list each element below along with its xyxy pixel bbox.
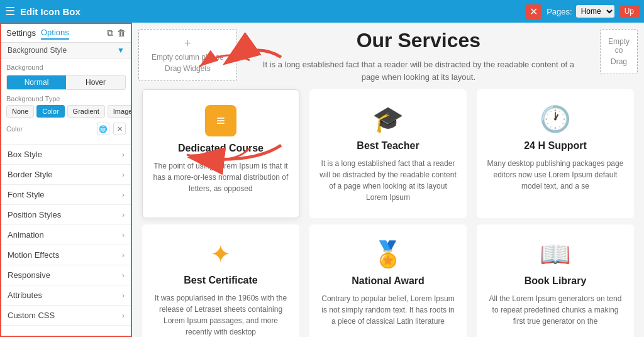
main-layout: Settings Options ⧉ 🗑 Background Style ▼ … — [0, 23, 644, 337]
support-icon: 🕐 — [540, 104, 571, 134]
color-row: Color 🌐 ✕ — [6, 123, 126, 135]
sidebar-tabs: Settings Options ⧉ 🗑 — [1, 24, 131, 43]
service-card-award[interactable]: 🏅 National Award Contrary to popular bel… — [309, 224, 467, 337]
bg-type-none[interactable]: None — [6, 105, 34, 118]
content-area: + Empty column please Drag Widgets Our S… — [132, 23, 644, 337]
library-desc: All the Lorem Ipsum generators on tend t… — [487, 293, 624, 327]
title-section: Our Services It is a long established fa… — [243, 29, 594, 83]
dedicated-course-desc: The point of using Lorem Ipsum is that i… — [153, 160, 289, 194]
award-desc: Contrary to popular belief, Lorem Ipsum … — [319, 293, 457, 327]
service-card-certificate[interactable]: ✦ Best Certificate It was popularised in… — [142, 224, 299, 337]
certificate-title: Best Certificate — [184, 275, 257, 286]
best-teacher-desc: It is a long established fact that a rea… — [319, 158, 457, 203]
service-card-best-teacher[interactable]: 🎓 Best Teacher It is a long established … — [309, 89, 467, 218]
empty-col2-text-1: Empty co — [608, 37, 630, 55]
bg-type-color[interactable]: Color — [36, 105, 64, 118]
sidebar-item-custom-css[interactable]: Custom CSS › — [1, 306, 131, 326]
sidebar-item-motion-effects[interactable]: Motion Effects › — [1, 245, 131, 265]
empty-col-text-2: Drag Widgets — [165, 64, 211, 73]
tab-options[interactable]: Options — [41, 26, 69, 40]
empty-col2-text-2: Drag — [611, 57, 627, 66]
sidebar-item-border-style[interactable]: Border Style › — [1, 165, 131, 185]
copy-icon[interactable]: ⧉ — [107, 28, 113, 38]
background-style-label: Background Style — [8, 46, 67, 55]
plus-icon: + — [184, 37, 191, 50]
dedicated-course-icon: ≡ — [205, 105, 236, 136]
arrow-icon: › — [122, 271, 125, 280]
arrow-icon: › — [122, 170, 125, 179]
color-clear-button[interactable]: ✕ — [113, 123, 126, 135]
bg-type-gradient[interactable]: Gradient — [67, 105, 105, 118]
best-teacher-icon: 🎓 — [372, 104, 404, 134]
certificate-desc: It was popularised in the 1960s with the… — [152, 292, 289, 337]
library-icon: 📖 — [540, 240, 571, 269]
library-title: Book Library — [525, 275, 587, 287]
trash-icon[interactable]: 🗑 — [117, 28, 126, 38]
award-icon: 🏅 — [372, 240, 404, 269]
empty-column-1[interactable]: + Empty column please Drag Widgets — [138, 29, 237, 81]
services-grid-row2: ✦ Best Certificate It was popularised in… — [132, 224, 644, 337]
service-card-library[interactable]: 📖 Book Library All the Lorem Ipsum gener… — [477, 224, 634, 337]
main-title: Our Services — [243, 29, 594, 52]
dedicated-course-title: Dedicated Course — [178, 143, 264, 154]
support-desc: Many desktop publishing packages page ed… — [487, 158, 624, 192]
hamburger-icon[interactable]: ☰ — [5, 4, 15, 18]
arrow-icon: › — [122, 150, 125, 159]
arrow-icon: › — [122, 311, 125, 320]
service-card-support[interactable]: 🕐 24 H Support Many desktop publishing p… — [477, 89, 634, 218]
sidebar-item-animation[interactable]: Animation › — [1, 225, 131, 245]
bg-type-image[interactable]: Image — [108, 105, 132, 118]
background-label: Background — [6, 64, 126, 71]
color-label: Color — [6, 125, 93, 133]
background-style-arrow: ▼ — [117, 46, 125, 55]
sidebar-item-position-styles[interactable]: Position Styles › — [1, 205, 131, 225]
service-card-dedicated-course[interactable]: ≡ Dedicated Course The point of using Lo… — [142, 89, 299, 218]
pages-label: Pages: — [547, 7, 572, 16]
page-title: Edit Icon Box — [20, 6, 521, 17]
certificate-icon: ✦ — [210, 240, 231, 268]
pages-selector: Pages: Home — [547, 5, 614, 18]
color-picker-button[interactable]: 🌐 — [97, 123, 109, 135]
tab-settings[interactable]: Settings — [6, 27, 36, 39]
arrow-icon: › — [122, 191, 125, 199]
bg-type-buttons: None Color Gradient Image — [6, 105, 126, 118]
background-section: Background Normal Hover Background Type … — [1, 58, 131, 145]
hover-btn[interactable]: Hover — [66, 75, 125, 89]
services-grid-row1: ≡ Dedicated Course The point of using Lo… — [132, 83, 644, 224]
sidebar-item-attributes[interactable]: Attributes › — [1, 285, 131, 306]
close-button[interactable]: ✕ — [526, 4, 541, 19]
up-button[interactable]: Up — [619, 5, 639, 18]
empty-column-2[interactable]: Empty co Drag — [600, 29, 638, 74]
sidebar-item-font-style[interactable]: Font Style › — [1, 185, 131, 205]
background-style-section: Background Style ▼ — [1, 43, 131, 58]
sidebar-item-responsive[interactable]: Responsive › — [1, 265, 131, 285]
arrow-icon: › — [122, 291, 125, 300]
arrow-icon: › — [122, 231, 125, 240]
main-subtitle: It is a long established fact that a rea… — [261, 58, 575, 83]
support-title: 24 H Support — [524, 140, 587, 152]
pages-dropdown[interactable]: Home — [576, 5, 614, 18]
top-bar: ☰ Edit Icon Box ✕ Pages: Home Up — [0, 0, 644, 23]
award-title: National Award — [352, 275, 425, 287]
arrow-icon: › — [122, 211, 125, 219]
arrow-icon: › — [122, 251, 125, 260]
bg-type-label: Background Type — [6, 95, 126, 102]
empty-col-text-1: Empty column please — [152, 53, 224, 62]
normal-hover-toggle: Normal Hover — [6, 75, 126, 90]
best-teacher-title: Best Teacher — [357, 140, 419, 152]
sidebar-item-box-style[interactable]: Box Style › — [1, 145, 131, 165]
sidebar: Settings Options ⧉ 🗑 Background Style ▼ … — [0, 23, 132, 337]
sidebar-action-icons: ⧉ 🗑 — [107, 28, 126, 38]
normal-btn[interactable]: Normal — [7, 75, 66, 89]
